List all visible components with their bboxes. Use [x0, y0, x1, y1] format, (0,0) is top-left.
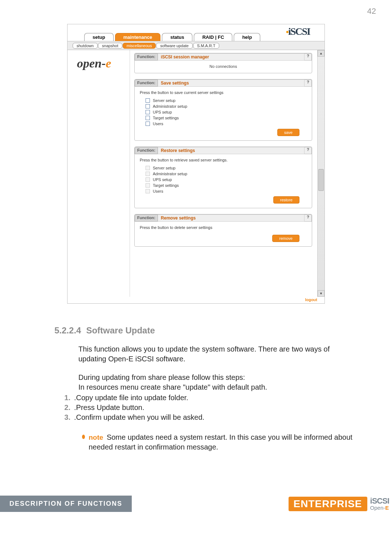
- enterprise-badge: ENTERPRISE: [289, 497, 367, 511]
- panel-iscsi-session: Function: iSCSI session manager ? No con…: [134, 53, 312, 73]
- checkbox-icon[interactable]: [146, 122, 150, 126]
- panel-title-remove: Remove settings: [158, 214, 305, 222]
- list-num: 3.: [62, 413, 70, 422]
- page-footer: DESCRIPTION OF FUNCTIONS ENTERPRISE iSCS…: [0, 496, 392, 512]
- checkbox-icon[interactable]: [146, 116, 150, 120]
- logout-link[interactable]: logout: [68, 297, 324, 303]
- chk-label: UPS setup: [153, 177, 172, 182]
- remove-button[interactable]: remove: [272, 235, 299, 242]
- brand-top: •iSCSI: [286, 26, 310, 37]
- note-text: Some updates need a system restart. In t…: [89, 433, 352, 451]
- chk-label: Administrator setup: [153, 104, 187, 108]
- chk-label: Target settings: [153, 116, 179, 120]
- help-icon[interactable]: ?: [305, 147, 312, 154]
- open-e-logo: open-e: [68, 57, 130, 70]
- list-item: .Press Update button.: [74, 403, 144, 412]
- scrollbar[interactable]: ▲ ▼: [317, 50, 324, 297]
- checkbox-icon: [146, 183, 150, 188]
- chk-label: Users: [153, 189, 163, 193]
- list-num: 2.: [62, 403, 70, 412]
- sidebar: open-e: [68, 50, 130, 297]
- tab-status[interactable]: status: [162, 33, 192, 41]
- subtab-software-update[interactable]: software update: [156, 43, 192, 49]
- subtab-miscellaneous[interactable]: miscellaneous: [123, 43, 156, 49]
- panel-title-save: Save settings: [158, 79, 305, 87]
- function-label: Function:: [135, 79, 158, 87]
- checkbox-icon[interactable]: [146, 98, 150, 103]
- function-label: Function:: [135, 147, 158, 154]
- checkbox-icon[interactable]: [146, 110, 150, 114]
- tab-maintenance[interactable]: maintenance: [115, 33, 160, 41]
- chk-label: Server setup: [153, 166, 175, 170]
- checkbox-icon[interactable]: [146, 104, 150, 108]
- note-block: note Some updates need a system restart.…: [82, 432, 359, 452]
- footer-iscsi-logo: iSCSI Open-E: [370, 497, 389, 510]
- paragraph-steps-intro: During updating from share please follow…: [78, 373, 359, 382]
- subtab-shutdown[interactable]: shutdown: [73, 43, 98, 49]
- save-button[interactable]: save: [277, 129, 299, 136]
- section-number: 5.2.2.4: [54, 325, 81, 336]
- panel-remove-settings: Function: Remove settings ? Press the bu…: [134, 214, 312, 247]
- scroll-down-icon[interactable]: ▼: [318, 290, 324, 297]
- no-connections-text: No connections: [140, 64, 307, 69]
- checkbox-icon: [146, 177, 150, 182]
- list-num: 1.: [62, 394, 70, 402]
- sub-tabs: shutdown snapshot miscellaneous software…: [68, 41, 324, 50]
- scroll-track[interactable]: [318, 57, 324, 290]
- tab-raid-fc[interactable]: RAID | FC: [194, 33, 232, 41]
- chk-label: Server setup: [153, 98, 175, 103]
- steps-list: 1..Copy update file into update folder. …: [54, 393, 359, 422]
- function-label: Function:: [135, 214, 158, 222]
- subtab-snapshot[interactable]: snapshot: [98, 43, 122, 49]
- panel-title-iscsi: iSCSI session manager: [158, 53, 305, 61]
- checkbox-icon: [146, 172, 150, 176]
- document-body: 5.2.2.4 Software Update This function al…: [33, 325, 359, 452]
- panel-restore-settings: Function: Restore settings ? Press the b…: [134, 147, 312, 208]
- footer-left-label: DESCRIPTION OF FUNCTIONS: [0, 496, 132, 512]
- paragraph-intro: This function allows you to update the s…: [78, 344, 359, 364]
- panel-area: Function: iSCSI session manager ? No con…: [130, 50, 317, 297]
- panel-title-restore: Restore settings: [158, 147, 305, 154]
- restore-msg: Press the button to retrieve saved serve…: [140, 158, 307, 162]
- checkbox-icon: [146, 166, 150, 170]
- subtab-smart[interactable]: S.M.A.R.T: [193, 43, 220, 49]
- panel-save-settings: Function: Save settings ? Press the butt…: [134, 79, 312, 141]
- scroll-up-icon[interactable]: ▲: [318, 50, 324, 57]
- note-label: note: [89, 434, 105, 441]
- tab-help[interactable]: help: [234, 33, 260, 41]
- bullet-icon: [82, 435, 85, 439]
- chk-label: UPS setup: [153, 110, 172, 114]
- page-number: 42: [0, 0, 392, 16]
- help-icon[interactable]: ?: [305, 79, 312, 87]
- checkbox-icon: [146, 189, 150, 193]
- restore-button[interactable]: restore: [273, 196, 299, 204]
- app-screenshot: •iSCSI setup maintenance status RAID | F…: [67, 24, 325, 304]
- tab-setup[interactable]: setup: [84, 33, 114, 41]
- list-item: .Copy update file into update folder.: [74, 394, 188, 402]
- chk-label: Target settings: [153, 183, 179, 188]
- paragraph-steps-intro2: In resources menu create share "update" …: [78, 382, 359, 392]
- scroll-thumb[interactable]: [318, 169, 324, 191]
- function-label: Function:: [135, 53, 158, 61]
- section-title: Software Update: [86, 325, 155, 336]
- help-icon[interactable]: ?: [305, 214, 312, 222]
- list-item: .Confirm update when you will be asked.: [74, 413, 204, 422]
- chk-label: Users: [153, 122, 163, 126]
- help-icon[interactable]: ?: [305, 53, 312, 61]
- chk-label: Administrator setup: [153, 172, 187, 176]
- remove-msg: Press the button to delete server settin…: [140, 225, 307, 230]
- save-msg: Press the button to save current server …: [140, 90, 307, 95]
